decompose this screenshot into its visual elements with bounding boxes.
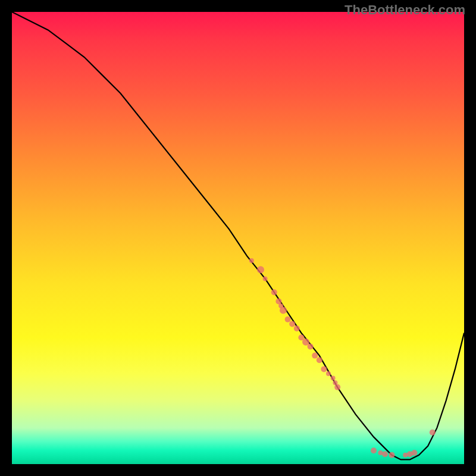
data-point xyxy=(326,371,331,376)
data-point xyxy=(371,447,377,453)
data-point xyxy=(308,343,314,349)
plot-area xyxy=(12,12,464,464)
data-point xyxy=(312,353,318,359)
data-point xyxy=(382,451,388,457)
data-point xyxy=(334,384,340,390)
data-point xyxy=(275,298,281,304)
bottleneck-curve xyxy=(12,12,464,459)
watermark-text: TheBottleneck.com xyxy=(345,2,465,18)
scatter-group xyxy=(249,258,436,458)
data-point xyxy=(430,430,436,436)
data-point xyxy=(294,325,300,331)
data-point xyxy=(271,289,277,295)
data-point xyxy=(249,258,254,263)
data-point xyxy=(317,357,322,363)
chart-svg xyxy=(12,12,464,464)
data-point xyxy=(321,366,327,372)
data-point xyxy=(257,266,264,273)
data-point xyxy=(389,452,394,458)
data-point xyxy=(263,276,268,281)
data-point xyxy=(289,321,295,327)
data-point xyxy=(280,307,287,314)
data-point xyxy=(411,450,417,456)
data-point xyxy=(331,376,336,381)
data-point xyxy=(285,317,291,322)
